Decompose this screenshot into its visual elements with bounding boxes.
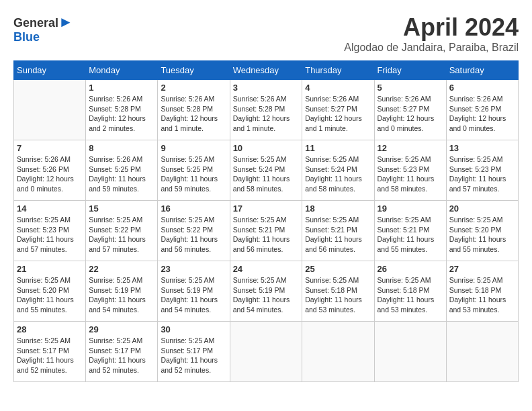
- day-info: Sunrise: 5:26 AMSunset: 5:27 PMDaylight:…: [378, 94, 443, 134]
- calendar-cell: [302, 322, 374, 382]
- day-number: 8: [89, 143, 154, 153]
- day-number: 9: [161, 143, 226, 153]
- title-block: April 2024 Algodao de Jandaira, Paraiba,…: [344, 13, 519, 54]
- day-info: Sunrise: 5:25 AMSunset: 5:22 PMDaylight:…: [89, 215, 154, 255]
- day-info: Sunrise: 5:25 AMSunset: 5:17 PMDaylight:…: [161, 336, 226, 375]
- day-info: Sunrise: 5:25 AMSunset: 5:21 PMDaylight:…: [378, 215, 443, 255]
- day-number: 26: [378, 264, 443, 274]
- day-info: Sunrise: 5:26 AMSunset: 5:26 PMDaylight:…: [449, 94, 515, 134]
- day-info: Sunrise: 5:25 AMSunset: 5:17 PMDaylight:…: [17, 336, 83, 375]
- day-number: 30: [161, 324, 226, 334]
- day-number: 16: [161, 203, 226, 214]
- calendar-cell: 17Sunrise: 5:25 AMSunset: 5:21 PMDayligh…: [230, 201, 302, 261]
- day-info: Sunrise: 5:26 AMSunset: 5:28 PMDaylight:…: [161, 94, 226, 134]
- calendar-cell: 2Sunrise: 5:26 AMSunset: 5:28 PMDaylight…: [158, 80, 230, 140]
- day-number: 25: [305, 264, 371, 274]
- day-number: 10: [233, 143, 300, 153]
- calendar-table: SundayMondayTuesdayWednesdayThursdayFrid…: [13, 60, 519, 382]
- calendar-cell: 22Sunrise: 5:25 AMSunset: 5:19 PMDayligh…: [86, 261, 158, 322]
- day-info: Sunrise: 5:25 AMSunset: 5:24 PMDaylight:…: [305, 154, 371, 194]
- day-info: Sunrise: 5:25 AMSunset: 5:20 PMDaylight:…: [449, 215, 515, 255]
- calendar-week-row: 1Sunrise: 5:26 AMSunset: 5:28 PMDaylight…: [14, 80, 519, 140]
- day-number: 11: [305, 143, 371, 153]
- calendar-cell: 3Sunrise: 5:26 AMSunset: 5:28 PMDaylight…: [230, 80, 302, 140]
- calendar-cell: 24Sunrise: 5:25 AMSunset: 5:19 PMDayligh…: [230, 261, 302, 322]
- day-info: Sunrise: 5:25 AMSunset: 5:19 PMDaylight:…: [233, 275, 300, 315]
- day-number: 5: [378, 83, 443, 93]
- day-info: Sunrise: 5:25 AMSunset: 5:24 PMDaylight:…: [233, 154, 300, 194]
- calendar-cell: 23Sunrise: 5:25 AMSunset: 5:19 PMDayligh…: [158, 261, 230, 322]
- day-info: Sunrise: 5:25 AMSunset: 5:20 PMDaylight:…: [17, 275, 83, 315]
- day-number: 6: [449, 83, 515, 93]
- calendar-cell: 9Sunrise: 5:25 AMSunset: 5:25 PMDaylight…: [158, 140, 230, 201]
- day-info: Sunrise: 5:25 AMSunset: 5:18 PMDaylight:…: [305, 275, 371, 315]
- calendar-cell: 30Sunrise: 5:25 AMSunset: 5:17 PMDayligh…: [158, 322, 230, 382]
- month-title: April 2024: [344, 13, 519, 42]
- day-number: 1: [89, 83, 154, 93]
- calendar-cell: 19Sunrise: 5:25 AMSunset: 5:21 PMDayligh…: [374, 201, 446, 261]
- calendar-cell: 5Sunrise: 5:26 AMSunset: 5:27 PMDaylight…: [374, 80, 446, 140]
- calendar-cell: 16Sunrise: 5:25 AMSunset: 5:22 PMDayligh…: [158, 201, 230, 261]
- calendar-week-row: 14Sunrise: 5:25 AMSunset: 5:23 PMDayligh…: [14, 201, 519, 261]
- day-number: 19: [378, 203, 443, 214]
- calendar-cell: 10Sunrise: 5:25 AMSunset: 5:24 PMDayligh…: [230, 140, 302, 201]
- weekday-header: Wednesday: [230, 61, 302, 80]
- day-number: 18: [305, 203, 371, 214]
- day-info: Sunrise: 5:26 AMSunset: 5:27 PMDaylight:…: [305, 94, 371, 134]
- day-info: Sunrise: 5:26 AMSunset: 5:28 PMDaylight:…: [233, 94, 300, 134]
- day-number: 21: [17, 264, 83, 274]
- calendar-cell: 28Sunrise: 5:25 AMSunset: 5:17 PMDayligh…: [14, 322, 86, 382]
- day-number: 22: [89, 264, 154, 274]
- calendar-cell: 15Sunrise: 5:25 AMSunset: 5:22 PMDayligh…: [86, 201, 158, 261]
- day-info: Sunrise: 5:26 AMSunset: 5:28 PMDaylight:…: [89, 94, 154, 134]
- calendar-cell: 13Sunrise: 5:25 AMSunset: 5:23 PMDayligh…: [446, 140, 518, 201]
- calendar-header-row: SundayMondayTuesdayWednesdayThursdayFrid…: [14, 61, 519, 80]
- day-number: 15: [89, 203, 154, 214]
- calendar-cell: 27Sunrise: 5:25 AMSunset: 5:18 PMDayligh…: [446, 261, 518, 322]
- calendar-week-row: 28Sunrise: 5:25 AMSunset: 5:17 PMDayligh…: [14, 322, 519, 382]
- day-info: Sunrise: 5:26 AMSunset: 5:26 PMDaylight:…: [17, 154, 83, 194]
- weekday-header: Friday: [374, 61, 446, 80]
- logo-arrow-icon: ►: [58, 13, 73, 30]
- calendar-cell: 1Sunrise: 5:26 AMSunset: 5:28 PMDaylight…: [86, 80, 158, 140]
- calendar-week-row: 7Sunrise: 5:26 AMSunset: 5:26 PMDaylight…: [14, 140, 519, 201]
- day-number: 7: [17, 143, 83, 153]
- calendar-cell: [230, 322, 302, 382]
- calendar-cell: 6Sunrise: 5:26 AMSunset: 5:26 PMDaylight…: [446, 80, 518, 140]
- day-number: 4: [305, 83, 371, 93]
- day-info: Sunrise: 5:25 AMSunset: 5:21 PMDaylight:…: [233, 215, 300, 255]
- day-info: Sunrise: 5:25 AMSunset: 5:23 PMDaylight:…: [17, 215, 83, 255]
- calendar-cell: 21Sunrise: 5:25 AMSunset: 5:20 PMDayligh…: [14, 261, 86, 322]
- calendar-cell: 14Sunrise: 5:25 AMSunset: 5:23 PMDayligh…: [14, 201, 86, 261]
- calendar-cell: 26Sunrise: 5:25 AMSunset: 5:18 PMDayligh…: [374, 261, 446, 322]
- day-number: 24: [233, 264, 300, 274]
- calendar-cell: 12Sunrise: 5:25 AMSunset: 5:23 PMDayligh…: [374, 140, 446, 201]
- calendar-cell: 20Sunrise: 5:25 AMSunset: 5:20 PMDayligh…: [446, 201, 518, 261]
- day-number: 2: [161, 83, 226, 93]
- day-info: Sunrise: 5:25 AMSunset: 5:19 PMDaylight:…: [161, 275, 226, 315]
- weekday-header: Saturday: [446, 61, 518, 80]
- calendar-cell: 7Sunrise: 5:26 AMSunset: 5:26 PMDaylight…: [14, 140, 86, 201]
- day-info: Sunrise: 5:25 AMSunset: 5:25 PMDaylight:…: [161, 154, 226, 194]
- location-title: Algodao de Jandaira, Paraiba, Brazil: [344, 42, 519, 54]
- day-number: 29: [89, 324, 154, 334]
- day-number: 14: [17, 203, 83, 214]
- calendar-cell: 25Sunrise: 5:25 AMSunset: 5:18 PMDayligh…: [302, 261, 374, 322]
- day-info: Sunrise: 5:25 AMSunset: 5:19 PMDaylight:…: [89, 275, 154, 315]
- day-number: 3: [233, 83, 300, 93]
- day-number: 17: [233, 203, 300, 214]
- day-number: 23: [161, 264, 226, 274]
- calendar-cell: 18Sunrise: 5:25 AMSunset: 5:21 PMDayligh…: [302, 201, 374, 261]
- day-info: Sunrise: 5:25 AMSunset: 5:23 PMDaylight:…: [378, 154, 443, 194]
- day-number: 20: [449, 203, 515, 214]
- calendar-cell: 4Sunrise: 5:26 AMSunset: 5:27 PMDaylight…: [302, 80, 374, 140]
- calendar-week-row: 21Sunrise: 5:25 AMSunset: 5:20 PMDayligh…: [14, 261, 519, 322]
- logo: General► Blue: [13, 13, 73, 43]
- calendar-cell: 11Sunrise: 5:25 AMSunset: 5:24 PMDayligh…: [302, 140, 374, 201]
- day-info: Sunrise: 5:25 AMSunset: 5:17 PMDaylight:…: [89, 336, 154, 375]
- calendar-cell: 29Sunrise: 5:25 AMSunset: 5:17 PMDayligh…: [86, 322, 158, 382]
- calendar-cell: 8Sunrise: 5:26 AMSunset: 5:25 PMDaylight…: [86, 140, 158, 201]
- day-info: Sunrise: 5:26 AMSunset: 5:25 PMDaylight:…: [89, 154, 154, 194]
- calendar-cell: [374, 322, 446, 382]
- page-header: General► Blue April 2024 Algodao de Jand…: [13, 13, 519, 54]
